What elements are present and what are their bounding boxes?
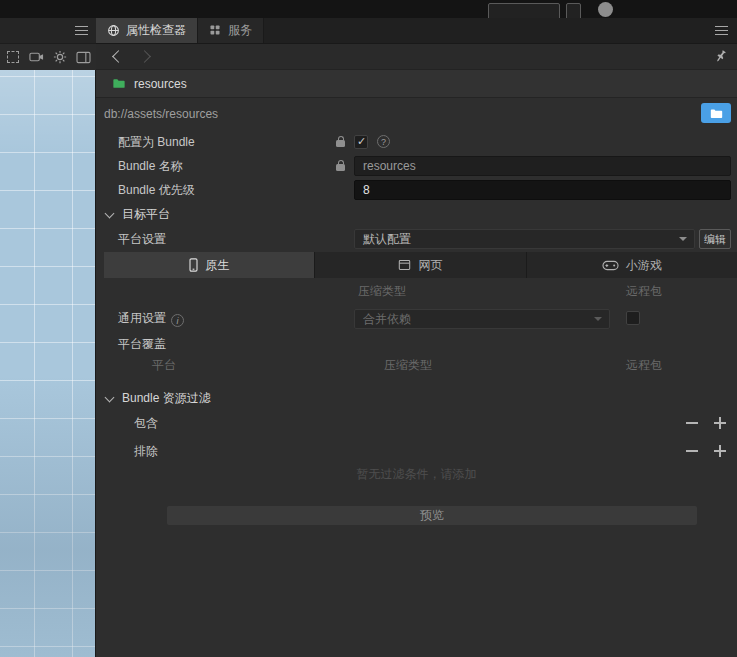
tab-native[interactable]: 原生: [104, 252, 314, 278]
tab-web[interactable]: 网页: [314, 252, 525, 278]
bundle-checkbox[interactable]: [354, 135, 368, 149]
lock-icon: [336, 164, 345, 171]
menubar-field[interactable]: [488, 3, 560, 18]
section-bundle-filter[interactable]: Bundle 资源过滤: [96, 386, 737, 410]
bundle-name-input[interactable]: resources: [354, 156, 731, 176]
column-headers: 压缩类型 远程包: [96, 282, 737, 300]
gear-icon[interactable]: [52, 50, 67, 65]
folder-icon: [112, 77, 126, 90]
locate-asset-button[interactable]: [701, 103, 731, 123]
back-icon[interactable]: [112, 50, 125, 63]
field-label: 包含: [134, 410, 158, 436]
field-label: 平台覆盖: [118, 332, 166, 356]
menubar-button[interactable]: [566, 3, 581, 18]
chevron-down-icon: [105, 209, 115, 219]
tab-label: 网页: [418, 257, 442, 274]
minus-icon[interactable]: [686, 445, 698, 457]
platform-setting-select[interactable]: 默认配置: [354, 229, 695, 249]
lock-icon: [336, 140, 345, 147]
platform-override-row: 平台覆盖: [96, 332, 737, 356]
select-value: 合并依赖: [363, 311, 411, 328]
section-label: 目标平台: [122, 207, 170, 221]
plus-icon[interactable]: [714, 445, 726, 457]
globe-icon: [107, 24, 120, 37]
tab-services[interactable]: 服务: [198, 18, 264, 43]
info-icon[interactable]: [171, 314, 184, 327]
field-label: 平台设置: [118, 226, 166, 252]
gamepad-icon: [602, 260, 619, 271]
input-value: resources: [363, 159, 416, 173]
panel-menu-icon[interactable]: [75, 26, 88, 35]
editor-window: 属性检查器 服务 resources db://assets/resources: [0, 0, 737, 657]
label-text: 通用设置: [118, 311, 166, 325]
section-target-platform[interactable]: 目标平台: [96, 202, 737, 226]
tab-inspector[interactable]: 属性检查器: [96, 18, 198, 43]
asset-path: db://assets/resources: [104, 102, 218, 126]
edit-button[interactable]: 编辑: [699, 229, 731, 249]
field-label: Bundle 名称: [118, 154, 183, 178]
folder-open-icon: [710, 108, 723, 119]
chevron-down-icon: [594, 317, 602, 321]
preview-button[interactable]: 预览: [167, 506, 697, 525]
override-table-header: 平台 压缩类型 远程包: [96, 356, 737, 376]
tab-minigame[interactable]: 小游戏: [526, 252, 737, 278]
chevron-down-icon: [105, 393, 115, 403]
compression-select[interactable]: 合并依赖: [354, 309, 610, 329]
asset-name: resources: [134, 77, 187, 91]
filter-empty-text: 暂无过滤条件，请添加: [96, 466, 737, 483]
field-label: Bundle 优先级: [118, 178, 195, 202]
browser-icon: [398, 259, 411, 271]
inspector-menu-icon[interactable]: [715, 26, 728, 35]
platform-tabs: 原生 网页 小游戏: [104, 252, 737, 278]
scene-panel-header: [0, 18, 96, 44]
bundle-priority-input[interactable]: 8: [354, 180, 731, 200]
tab-label: 小游戏: [626, 257, 662, 274]
history-nav: [96, 44, 737, 70]
plus-icon[interactable]: [714, 417, 726, 429]
select-value: 默认配置: [363, 231, 411, 248]
bundle-priority-row: Bundle 优先级 8: [96, 178, 737, 202]
section-label: Bundle 资源过滤: [122, 391, 211, 405]
phone-icon: [189, 258, 198, 272]
bundle-name-row: Bundle 名称 resources: [96, 154, 737, 178]
avatar[interactable]: [598, 2, 613, 17]
pin-icon[interactable]: [711, 46, 730, 65]
grid-icon: [209, 24, 222, 37]
remote-checkbox[interactable]: [626, 311, 640, 325]
minus-icon[interactable]: [686, 417, 698, 429]
filter-exclude-row: 排除: [96, 438, 737, 464]
field-label: 排除: [134, 438, 158, 464]
tab-label: 服务: [228, 22, 252, 39]
inspector-tabbar: 属性检查器 服务: [96, 18, 737, 44]
tab-label: 属性检查器: [126, 22, 186, 39]
chevron-down-icon: [679, 237, 687, 241]
bundle-config-row: 配置为 Bundle: [96, 130, 737, 154]
general-settings-row: 通用设置 合并依赖: [96, 306, 737, 330]
field-label: 配置为 Bundle: [118, 130, 195, 154]
tab-label: 原生: [205, 257, 229, 274]
asset-path-row: db://assets/resources: [96, 102, 737, 126]
field-label: 通用设置: [118, 306, 184, 330]
asset-header: resources: [96, 70, 737, 98]
menubar: [0, 0, 737, 18]
marquee-icon[interactable]: [5, 50, 20, 65]
column-compression: 压缩类型: [384, 356, 432, 374]
layout-icon[interactable]: [76, 50, 91, 65]
column-remote: 远程包: [626, 356, 662, 374]
scene-sidebar: [0, 18, 96, 657]
forward-icon[interactable]: [138, 50, 151, 63]
scene-toolbar: [0, 44, 96, 70]
column-remote: 远程包: [626, 282, 662, 300]
column-platform: 平台: [152, 356, 176, 374]
camera-icon[interactable]: [29, 50, 44, 65]
question-icon[interactable]: [377, 135, 390, 148]
platform-setting-row: 平台设置 默认配置 编辑: [96, 226, 737, 252]
inspector-panel: 属性检查器 服务 resources db://assets/resources: [96, 18, 737, 657]
filter-include-row: 包含: [96, 410, 737, 436]
input-value: 8: [363, 183, 370, 197]
column-compression: 压缩类型: [358, 282, 406, 300]
scene-viewport[interactable]: [0, 70, 95, 657]
